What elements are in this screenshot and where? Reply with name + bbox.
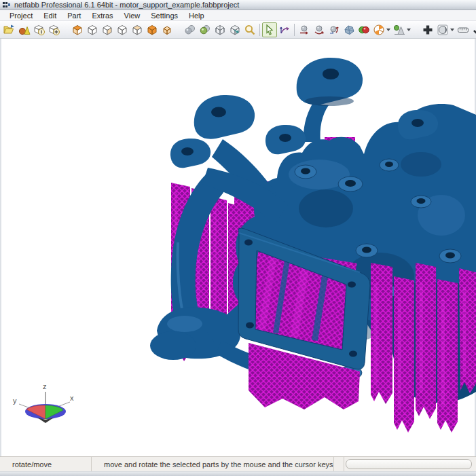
netfabb-logo-icon [3, 1, 11, 8]
menu-item-view[interactable]: View [119, 11, 146, 20]
view-isometric-icon[interactable] [70, 22, 85, 37]
menu-item-settings[interactable]: Settings [145, 11, 183, 20]
axis-label-y: y [13, 397, 17, 405]
transform-axes-icon[interactable] [277, 22, 292, 37]
render-moon-icon[interactable] [435, 22, 450, 37]
view-right-icon[interactable] [130, 22, 145, 37]
titlebar[interactable]: netfabb Professional 6.1 64bit - motor_s… [0, 0, 476, 10]
status-hint: move and rotate the selected parts by th… [104, 460, 333, 469]
window-title: netfabb Professional 6.1 64bit - motor_s… [14, 1, 239, 9]
rotate-y-icon[interactable] [312, 22, 327, 37]
toolbar-separator [294, 24, 295, 36]
menu-item-help[interactable]: Help [183, 11, 210, 20]
slices-pie-icon[interactable] [371, 22, 386, 37]
open-project-icon[interactable] [2, 22, 17, 37]
add-part-icon[interactable] [17, 22, 32, 37]
menu-item-extras[interactable]: Extras [86, 11, 118, 20]
select-cursor-icon[interactable] [262, 22, 277, 37]
rotate-x-icon[interactable] [297, 22, 312, 37]
menubar: Project Edit Part Extras View Settings H… [0, 10, 476, 21]
zoom-icon[interactable] [242, 22, 257, 37]
statusbar: rotate/move move and rotate the selected… [0, 456, 476, 471]
status-spacer [334, 457, 344, 471]
menu-item-project[interactable]: Project [4, 11, 38, 20]
window-bottom-frame [0, 471, 476, 476]
new-platform-icon[interactable] [32, 22, 47, 37]
model-motor-support[interactable]: z y x [0, 39, 476, 456]
shading-selected-icon[interactable] [198, 22, 213, 37]
menu-item-part[interactable]: Part [62, 11, 86, 20]
dropdown-caret[interactable] [407, 29, 411, 31]
status-hint-panel: move and rotate the selected parts by th… [92, 457, 334, 471]
menu-item-edit[interactable]: Edit [38, 11, 62, 20]
add-plus-icon[interactable] [420, 22, 435, 37]
shading-spheres-icon[interactable] [183, 22, 198, 37]
dropdown-caret[interactable] [450, 29, 454, 31]
measure-ruler-icon[interactable] [456, 22, 471, 37]
view-back-icon[interactable] [85, 22, 100, 37]
wireframe-cube-icon[interactable] [213, 22, 227, 37]
axis-label-z: z [43, 382, 47, 390]
axis-indicator: z y x [13, 382, 74, 423]
toolbar [0, 21, 476, 39]
apply-check-icon[interactable] [471, 22, 476, 37]
analysis-cone-icon[interactable] [392, 22, 407, 37]
snapshot-cube-icon[interactable] [227, 22, 242, 37]
collision-spheres-icon[interactable] [356, 22, 371, 37]
add-platform-icon[interactable] [47, 22, 62, 37]
view-front-icon[interactable] [115, 22, 130, 37]
status-mode-panel: rotate/move [0, 457, 92, 471]
mesh-polygon-icon[interactable] [342, 22, 356, 37]
viewport-3d[interactable]: z y x [0, 39, 476, 456]
toolbar-separator [259, 24, 260, 36]
axis-label-x: x [70, 394, 74, 402]
view-bottom-icon[interactable] [160, 22, 175, 37]
netfabb-window: netfabb Professional 6.1 64bit - motor_s… [0, 0, 476, 476]
rotate-z-icon[interactable] [327, 22, 342, 37]
view-left-icon[interactable] [100, 22, 115, 37]
dropdown-caret[interactable] [386, 29, 390, 31]
status-mode: rotate/move [12, 460, 52, 469]
view-top-icon[interactable] [145, 22, 160, 37]
progress-bar [346, 459, 472, 469]
